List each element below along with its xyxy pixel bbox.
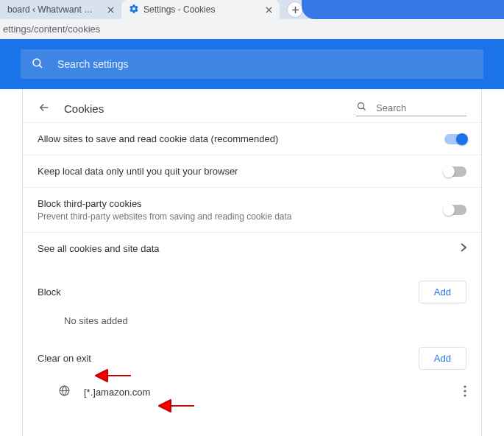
section-clear-on-exit-header: Clear on exit Add bbox=[23, 331, 481, 377]
close-icon[interactable] bbox=[263, 4, 274, 15]
search-settings-field[interactable] bbox=[21, 49, 483, 79]
svg-point-0 bbox=[33, 59, 40, 66]
search-icon bbox=[356, 101, 367, 114]
setting-keep-local[interactable]: Keep local data only until you quit your… bbox=[23, 155, 481, 187]
inpage-search[interactable] bbox=[356, 101, 466, 116]
add-clear-on-exit-button[interactable]: Add bbox=[419, 347, 466, 370]
settings-search-banner bbox=[0, 39, 504, 89]
browser-tab-active[interactable]: Settings - Cookies bbox=[121, 0, 280, 19]
chevron-right-icon bbox=[461, 243, 466, 254]
address-bar[interactable]: ettings/content/cookies bbox=[0, 19, 504, 39]
svg-point-2 bbox=[358, 103, 364, 109]
svg-point-7 bbox=[464, 394, 466, 396]
tab-title: board ‹ Whatvwant — Wor… bbox=[7, 4, 101, 15]
setting-allow-cookies[interactable]: Allow sites to save and read cookie data… bbox=[23, 122, 481, 155]
setting-label: See all cookies and site data bbox=[38, 243, 452, 254]
section-block-header: Block Add bbox=[23, 264, 481, 311]
settings-panel: Cookies Allow sites to save and read coo… bbox=[22, 89, 482, 436]
block-empty-message: No sites added bbox=[23, 311, 481, 331]
browser-tab-inactive[interactable]: board ‹ Whatvwant — Wor… bbox=[0, 0, 121, 19]
close-icon[interactable] bbox=[105, 4, 116, 15]
setting-sublabel: Prevent third-party websites from saving… bbox=[38, 211, 436, 222]
page-title: Cookies bbox=[64, 102, 343, 115]
site-url: [*.]amazon.com bbox=[84, 387, 450, 398]
setting-label: Keep local data only until you quit your… bbox=[38, 166, 436, 177]
inpage-search-input[interactable] bbox=[375, 102, 466, 114]
search-settings-input[interactable] bbox=[56, 57, 473, 71]
gear-icon bbox=[129, 4, 139, 16]
address-path: ettings/content/cookies bbox=[3, 24, 100, 35]
tabstrip-accent bbox=[302, 0, 504, 19]
clear-on-exit-site-row: [*.]amazon.com bbox=[23, 377, 481, 407]
svg-point-5 bbox=[464, 385, 466, 387]
section-title: Block bbox=[38, 286, 419, 298]
setting-label: Block third-party cookies bbox=[38, 198, 436, 209]
add-block-button[interactable]: Add bbox=[419, 281, 466, 303]
setting-see-all-cookies[interactable]: See all cookies and site data bbox=[23, 232, 481, 264]
svg-line-1 bbox=[39, 65, 42, 68]
section-title: Clear on exit bbox=[38, 353, 419, 364]
svg-line-3 bbox=[363, 108, 366, 110]
svg-point-6 bbox=[464, 390, 466, 392]
setting-block-third-party[interactable]: Block third-party cookies Prevent third-… bbox=[23, 187, 481, 232]
back-button[interactable] bbox=[38, 101, 51, 116]
browser-tabstrip: board ‹ Whatvwant — Wor… Settings - Cook… bbox=[0, 0, 504, 19]
toggle-block-third-party[interactable] bbox=[444, 205, 466, 215]
search-icon bbox=[31, 57, 44, 72]
more-options-button[interactable] bbox=[464, 385, 466, 399]
toggle-allow-cookies[interactable] bbox=[444, 134, 466, 144]
tab-title: Settings - Cookies bbox=[143, 4, 259, 15]
globe-icon bbox=[58, 384, 71, 399]
toggle-keep-local[interactable] bbox=[444, 166, 466, 177]
setting-label: Allow sites to save and read cookie data… bbox=[38, 133, 436, 144]
